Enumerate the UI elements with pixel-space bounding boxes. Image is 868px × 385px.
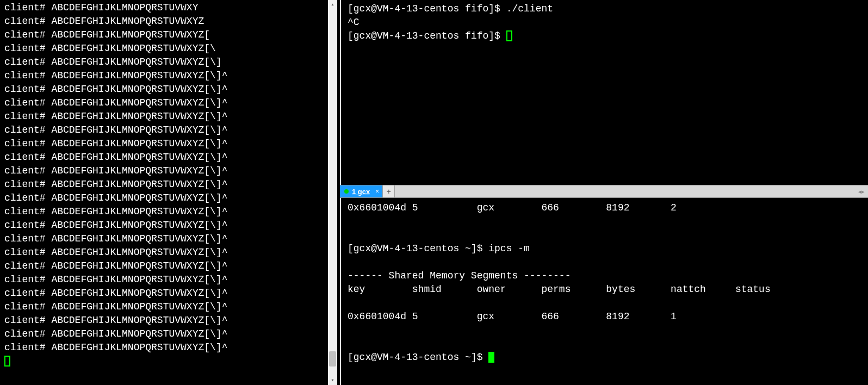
terminal-line [348, 215, 861, 228]
terminal-line: client# ABCDEFGHIJKLMNOPQRSTUVWXYZ[\]^ [4, 219, 336, 232]
terminal-line: client# ABCDEFGHIJKLMNOPQRSTUVWXYZ [4, 15, 336, 28]
terminal-line: [gcx@VM-4-13-centos fifo]$ ./client [348, 2, 861, 16]
terminal-line: client# ABCDEFGHIJKLMNOPQRSTUVWXYZ[\]^ [4, 300, 336, 314]
command-text: ./client [506, 3, 553, 14]
terminal-line: client# ABCDEFGHIJKLMNOPQRSTUVWXYZ[\]^ [4, 273, 336, 287]
terminal-line: client# ABCDEFGHIJKLMNOPQRSTUVWXYZ[\ [4, 42, 336, 55]
shm-row: 0x6601004d 5 gcx 666 8192 2 [348, 201, 861, 215]
terminal-line: client# ABCDEFGHIJKLMNOPQRSTUVWXYZ[\]^ [4, 205, 336, 219]
cursor-icon [4, 356, 10, 367]
terminal-line: client# ABCDEFGHIJKLMNOPQRSTUVWXYZ[\]^ [4, 232, 336, 246]
new-tab-button[interactable]: + [383, 185, 395, 197]
prompt: [gcx@VM-4-13-centos fifo]$ [348, 30, 506, 41]
cursor-icon [488, 352, 494, 363]
terminal-line: client# ABCDEFGHIJKLMNOPQRSTUVWXYZ[\]^ [4, 69, 336, 83]
terminal-line: client# ABCDEFGHIJKLMNOPQRSTUVWXYZ[\]^ [4, 110, 336, 123]
terminal-right-bottom[interactable]: 0x6601004d 5 gcx 666 8192 2 [gcx@VM-4-13… [340, 198, 868, 385]
terminal-left-pane[interactable]: client# ABCDEFGHIJKLMNOPQRSTUVWXYclient#… [0, 0, 340, 385]
terminal-line: client# ABCDEFGHIJKLMNOPQRSTUVWXYZ[\]^ [4, 83, 336, 96]
terminal-line [4, 355, 336, 368]
shm-columns: key shmid owner perms bytes nattch statu… [348, 283, 861, 296]
terminal-line: client# ABCDEFGHIJKLMNOPQRSTUVWXYZ[\]^ [4, 327, 336, 341]
terminal-line [348, 337, 861, 351]
cursor-icon [506, 30, 512, 41]
terminal-right-top[interactable]: [gcx@VM-4-13-centos fifo]$ ./client ^C [… [340, 0, 868, 185]
terminal-line [348, 324, 861, 337]
tab-active[interactable]: 1 gcx × [340, 185, 383, 197]
command-text: ipcs -m [488, 243, 530, 254]
terminal-line: client# ABCDEFGHIJKLMNOPQRSTUVWXY [4, 1, 336, 15]
terminal-line: ^C [348, 16, 861, 29]
terminal-line: [gcx@VM-4-13-centos fifo]$ [348, 29, 861, 43]
terminal-line: [gcx@VM-4-13-centos ~]$ ipcs -m [348, 242, 861, 256]
terminal-line: client# ABCDEFGHIJKLMNOPQRSTUVWXYZ[\]^ [4, 287, 336, 300]
terminal-line: client# ABCDEFGHIJKLMNOPQRSTUVWXYZ[\]^ [4, 151, 336, 164]
terminal-line: client# ABCDEFGHIJKLMNOPQRSTUVWXYZ[\]^ [4, 314, 336, 327]
terminal-line: client# ABCDEFGHIJKLMNOPQRSTUVWXYZ[\]^ [4, 164, 336, 178]
terminal-line [348, 256, 861, 269]
status-dot-icon [344, 189, 349, 194]
terminal-line [348, 296, 861, 310]
terminal-line: client# ABCDEFGHIJKLMNOPQRSTUVWXYZ[\]^ [4, 178, 336, 191]
terminal-line: client# ABCDEFGHIJKLMNOPQRSTUVWXYZ[\]^ [4, 259, 336, 273]
shm-row: 0x6601004d 5 gcx 666 8192 1 [348, 310, 861, 324]
terminal-line: client# ABCDEFGHIJKLMNOPQRSTUVWXYZ[\]^ [4, 341, 336, 355]
scroll-thumb[interactable] [329, 351, 336, 367]
tab-bar: 1 gcx × + ◂▸ [340, 185, 868, 198]
close-icon[interactable]: × [373, 185, 379, 198]
prompt: [gcx@VM-4-13-centos ~]$ [348, 243, 488, 254]
prompt: [gcx@VM-4-13-centos fifo]$ [348, 3, 506, 14]
left-scrollbar[interactable]: ▴ ▾ [328, 0, 337, 385]
terminal-line: client# ABCDEFGHIJKLMNOPQRSTUVWXYZ[ [4, 28, 336, 42]
tab-label: 1 gcx [352, 185, 370, 198]
scroll-down-button[interactable]: ▾ [328, 376, 337, 385]
terminal-line: client# ABCDEFGHIJKLMNOPQRSTUVWXYZ[\] [4, 55, 336, 69]
terminal-line: client# ABCDEFGHIJKLMNOPQRSTUVWXYZ[\]^ [4, 96, 336, 110]
terminal-line: client# ABCDEFGHIJKLMNOPQRSTUVWXYZ[\]^ [4, 123, 336, 137]
scroll-up-button[interactable]: ▴ [328, 0, 337, 9]
terminal-line: client# ABCDEFGHIJKLMNOPQRSTUVWXYZ[\]^ [4, 137, 336, 151]
terminal-line: [gcx@VM-4-13-centos ~]$ [348, 351, 861, 364]
terminal-line: client# ABCDEFGHIJKLMNOPQRSTUVWXYZ[\]^ [4, 191, 336, 205]
prompt: [gcx@VM-4-13-centos ~]$ [348, 352, 488, 363]
shm-header: ------ Shared Memory Segments -------- [348, 269, 861, 283]
terminal-line [348, 228, 861, 242]
terminal-line: client# ABCDEFGHIJKLMNOPQRSTUVWXYZ[\]^ [4, 246, 336, 259]
tab-nav-arrows[interactable]: ◂▸ [858, 185, 868, 197]
